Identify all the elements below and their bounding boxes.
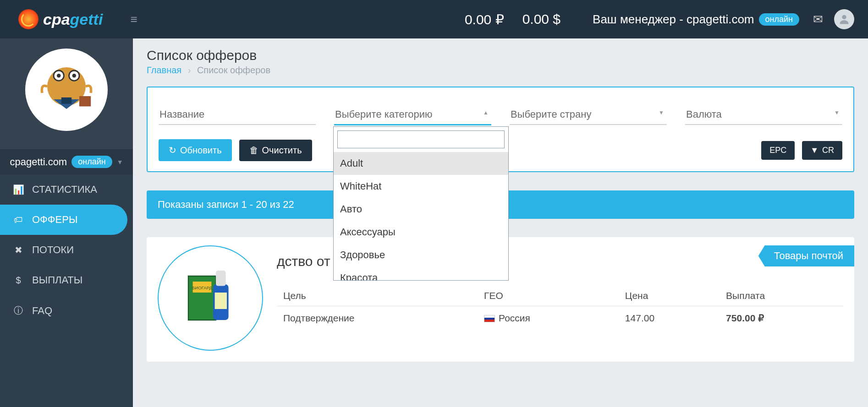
caret-down-icon: ▼ <box>810 146 819 155</box>
col-goal: Цель <box>277 286 478 306</box>
balance-usd: 0.00 $ <box>522 11 560 27</box>
breadcrumb-home[interactable]: Главная <box>147 65 181 75</box>
offer-image[interactable]: БИОГАРД <box>158 245 263 351</box>
caret-down-icon: ▼ <box>659 109 664 116</box>
flag-russia-icon <box>484 315 495 322</box>
dropdown-list[interactable]: Adult WhiteHat Авто Аксессуары Здоровье … <box>334 152 508 280</box>
sidebar: cpagetti.com онлайн ▼ 📊 СТАТИСТИКА 🏷 ОФФ… <box>0 38 133 407</box>
product-icon: БИОГАРД <box>183 264 238 332</box>
shuffle-icon: ✖ <box>13 244 24 255</box>
cell-geo: Россия <box>478 306 619 331</box>
profile-block <box>0 38 133 149</box>
chevron-down-icon: ▼ <box>117 158 123 166</box>
col-payout: Выплата <box>720 286 843 306</box>
breadcrumb-current: Список офферов <box>197 65 270 75</box>
cell-price: 147.00 <box>619 306 720 331</box>
dropdown-item[interactable]: Adult <box>334 152 508 175</box>
sidebar-item-streams[interactable]: ✖ ПОТОКИ <box>0 235 133 265</box>
refresh-icon: ↻ <box>169 145 176 156</box>
spaghetti-monster-icon <box>34 58 99 122</box>
manager-info[interactable]: Ваш менеджер - cpagetti.com онлайн <box>593 12 799 27</box>
sidebar-item-payouts[interactable]: $ ВЫПЛАТЫ <box>0 265 133 295</box>
filter-currency: Валюта ▼ <box>685 105 842 125</box>
currency-select[interactable]: Валюта ▼ <box>685 105 842 125</box>
page-title: Список офферов <box>147 48 854 63</box>
category-select[interactable]: Выберите категорию ▲ <box>334 105 491 125</box>
dropdown-item[interactable]: Аксессуары <box>334 221 508 244</box>
trash-icon: 🗑 <box>249 145 258 156</box>
avatar[interactable] <box>834 9 854 29</box>
svg-rect-12 <box>216 271 226 286</box>
svg-rect-13 <box>215 293 227 309</box>
category-dropdown: Adult WhiteHat Авто Аксессуары Здоровье … <box>333 126 509 281</box>
profile-online-badge: онлайн <box>71 156 112 168</box>
table-row: Подтверждение Россия 147.00 750.00 ₽ <box>277 306 843 331</box>
col-price: Цена <box>619 286 720 306</box>
offer-table: Цель ГЕО Цена Выплата Подтверждение Росс… <box>277 286 843 330</box>
dropdown-item[interactable]: WhiteHat <box>334 175 508 198</box>
svg-text:БИОГАРД: БИОГАРД <box>192 285 212 290</box>
online-badge: онлайн <box>759 13 799 26</box>
mail-icon[interactable]: ✉ <box>813 12 823 27</box>
chart-icon: 📊 <box>13 184 24 195</box>
user-icon <box>838 13 851 26</box>
name-input[interactable] <box>159 105 316 125</box>
header: cpagetti ≡ 0.00 ₽ 0.00 $ Ваш менеджер - … <box>0 0 868 38</box>
cr-button[interactable]: ▼ CR <box>802 141 842 160</box>
logo-text: cpagetti <box>43 11 103 28</box>
filter-country: Выберите страну ▼ <box>510 105 667 125</box>
cell-payout: 750.00 ₽ <box>720 306 843 331</box>
logo-icon <box>18 9 38 29</box>
caret-down-icon: ▼ <box>834 109 840 116</box>
epc-button[interactable]: EPC <box>761 141 795 160</box>
profile-avatar[interactable] <box>25 49 108 131</box>
cell-goal: Подтверждение <box>277 306 478 331</box>
balance-rub: 0.00 ₽ <box>465 11 504 27</box>
country-select[interactable]: Выберите страну ▼ <box>510 105 667 125</box>
dollar-icon: $ <box>13 275 24 286</box>
filter-panel: Выберите категорию ▲ Adult WhiteHat Авто… <box>147 87 854 172</box>
dropdown-search-input[interactable] <box>337 130 505 148</box>
clear-button[interactable]: 🗑 Очистить <box>239 140 312 161</box>
chevron-right-icon: › <box>188 65 191 75</box>
svg-point-4 <box>57 74 60 77</box>
hamburger-icon[interactable]: ≡ <box>130 12 137 27</box>
logo[interactable]: cpagetti <box>18 9 103 29</box>
dropdown-item[interactable]: Красота <box>334 266 508 280</box>
offer-tag: Товары почтой <box>758 245 854 266</box>
svg-point-0 <box>842 15 846 19</box>
svg-point-5 <box>72 74 76 77</box>
info-icon: ⓘ <box>13 304 24 317</box>
filter-category: Выберите категорию ▲ Adult WhiteHat Авто… <box>334 105 491 125</box>
col-geo: ГЕО <box>478 286 619 306</box>
svg-rect-6 <box>61 98 71 104</box>
balances: 0.00 ₽ 0.00 $ <box>465 11 560 27</box>
filter-name <box>159 105 316 125</box>
dropdown-item[interactable]: Авто <box>334 198 508 221</box>
sidebar-item-faq[interactable]: ⓘ FAQ <box>0 295 133 326</box>
dropdown-item[interactable]: Здоровье <box>334 244 508 266</box>
sidebar-item-statistics[interactable]: 📊 СТАТИСТИКА <box>0 174 133 205</box>
profile-name-row[interactable]: cpagetti.com онлайн ▼ <box>0 149 133 174</box>
svg-rect-7 <box>79 96 91 106</box>
tag-icon: 🏷 <box>13 215 24 225</box>
main-content: Список офферов Главная › Список офферов … <box>133 38 868 407</box>
caret-up-icon: ▲ <box>483 109 489 116</box>
refresh-button[interactable]: ↻ Обновить <box>159 139 232 161</box>
sidebar-item-offers[interactable]: 🏷 ОФФЕРЫ <box>0 205 127 235</box>
breadcrumb: Главная › Список офферов <box>147 65 854 76</box>
